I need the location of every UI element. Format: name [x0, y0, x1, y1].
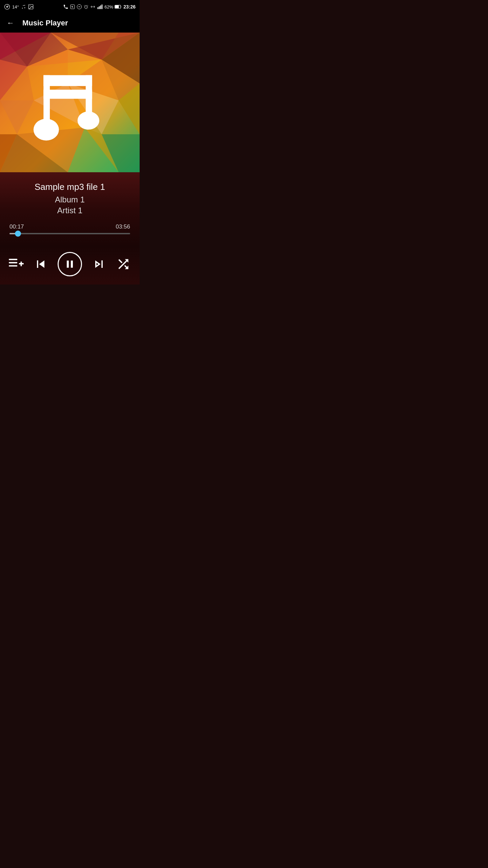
svg-point-46: [78, 112, 99, 130]
status-bar: 14°: [0, 0, 140, 14]
status-left-icons: 14°: [4, 4, 34, 10]
album-name: Album 1: [7, 195, 133, 204]
pause-icon: [64, 258, 76, 270]
pause-button[interactable]: [58, 252, 82, 276]
info-section: Sample mp3 file 1 Album 1 Artist 1 00:17…: [0, 172, 140, 246]
playlist-add-button[interactable]: [9, 257, 24, 271]
controls-row: [0, 246, 140, 284]
svg-rect-43: [43, 75, 92, 86]
svg-rect-12: [102, 4, 103, 9]
svg-rect-14: [115, 5, 119, 8]
svg-rect-11: [100, 5, 101, 9]
svg-rect-49: [9, 265, 17, 267]
app-bar: ← Music Player: [0, 14, 140, 33]
current-time: 00:17: [9, 223, 24, 230]
svg-point-3: [29, 5, 30, 6]
call-status-icon: [63, 4, 68, 9]
album-art: [0, 33, 140, 172]
svg-rect-48: [9, 262, 17, 263]
temperature-display: 14°: [12, 4, 19, 9]
signal-status-icon: [97, 4, 103, 9]
progress-bar[interactable]: [9, 233, 130, 234]
svg-rect-47: [9, 259, 17, 260]
nfc-status-icon: [70, 4, 75, 9]
battery-percent: 62%: [104, 4, 113, 9]
progress-fill: [9, 233, 18, 234]
shuffle-button[interactable]: [116, 257, 131, 272]
progress-container[interactable]: 00:17 03:56: [7, 223, 133, 234]
svg-rect-51: [21, 261, 22, 266]
page-title: Music Player: [22, 19, 68, 27]
svg-point-45: [34, 119, 59, 140]
back-button[interactable]: ←: [5, 17, 16, 29]
music-note-album-icon: [24, 57, 115, 148]
shuffle-icon: [116, 257, 131, 272]
alarm-status-icon: [83, 4, 89, 9]
image-status-icon: [28, 4, 34, 10]
svg-rect-4: [70, 5, 75, 9]
status-right-icons: 62% 23:26: [63, 4, 136, 9]
next-icon: [92, 257, 106, 272]
artist-name: Artist 1: [7, 206, 133, 215]
svg-rect-9: [98, 7, 99, 9]
progress-thumb[interactable]: [15, 231, 21, 237]
prev-button[interactable]: [33, 257, 48, 272]
playlist-add-icon: [9, 257, 24, 271]
music-status-icon: [21, 4, 26, 10]
svg-rect-44: [43, 90, 92, 99]
track-name: Sample mp3 file 1: [7, 182, 133, 192]
dnd-status-icon: [77, 4, 82, 9]
svg-rect-10: [99, 6, 100, 9]
battery-status-icon: [115, 4, 122, 9]
total-time: 03:56: [116, 223, 130, 230]
time-row: 00:17 03:56: [9, 223, 130, 230]
prev-icon: [33, 257, 48, 272]
vinyl-icon: [4, 4, 10, 10]
svg-point-1: [6, 6, 8, 8]
next-button[interactable]: [92, 257, 106, 272]
sync-status-icon: [90, 4, 96, 9]
status-time: 23:26: [123, 4, 136, 9]
